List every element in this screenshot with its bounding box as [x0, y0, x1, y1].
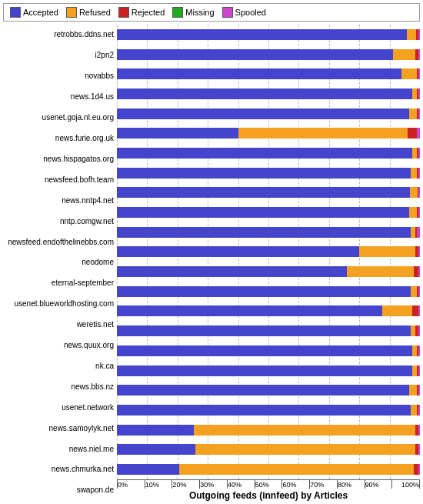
bar-segment-rejected: [408, 128, 417, 139]
bar-segment-accepted: [117, 444, 195, 455]
bar-segment-accepted: [117, 187, 410, 198]
bar-segment-spooled: [418, 444, 420, 455]
y-label: usenet.blueworldhosting.com: [3, 300, 114, 308]
bar-segment-accepted: [117, 266, 347, 277]
y-label: usenet.goja.nl.eu.org: [3, 114, 114, 122]
bar-segment-refused: [194, 425, 415, 436]
bar-segment-spooled: [418, 168, 420, 179]
bar-segment-spooled: [418, 108, 420, 119]
bar-segment-refused: [401, 68, 417, 79]
y-labels: retrobbs.ddns.neti2pn2novabbsnews.1d4.us…: [3, 25, 117, 501]
legend: AcceptedRefusedRejectedMissingSpooled: [3, 3, 420, 22]
bar-segment-spooled: [418, 345, 420, 356]
y-label: neodome: [3, 259, 114, 266]
bar-segment-refused: [407, 29, 416, 40]
bar-segment-accepted: [117, 88, 412, 99]
bar-segment-refused: [411, 405, 417, 416]
bar-segment-accepted: [117, 29, 407, 40]
bar-row: 7231295: [117, 285, 420, 299]
bar-segment-refused: [347, 266, 414, 277]
bar-row: 7678267: [117, 403, 420, 417]
bars-and-xaxis: 7629712672455149760745057867605713258332…: [117, 25, 420, 501]
x-tick: 100%: [391, 480, 420, 489]
y-label: news.nntp4.net: [3, 197, 114, 205]
y-label: retrobbs.ddns.net: [3, 31, 114, 38]
bar-segment-accepted: [117, 405, 411, 416]
bar-row: 76074505: [117, 67, 420, 81]
y-label: usenet.network: [3, 404, 114, 412]
x-ticks: 0%10%20%30%40%50%60%70%80%90%100%: [117, 479, 420, 489]
bar-row: 7555289: [117, 324, 420, 338]
bar-row: 6398305: [117, 245, 420, 259]
bar-segment-refused: [393, 49, 416, 60]
bar-segment-accepted: [117, 68, 401, 79]
bar-segment-spooled: [418, 148, 420, 159]
bar-segment-refused: [195, 444, 415, 455]
y-label: newsfeed.endofthelinebbs.com: [3, 239, 114, 246]
bar-row: 7132583: [117, 107, 420, 121]
bar-segment-spooled: [418, 464, 420, 475]
bar-row: 76297126: [117, 28, 420, 42]
y-label: news.furie.org.uk: [3, 135, 114, 142]
bar-segment-accepted: [117, 207, 409, 218]
bar-row: 6489289: [117, 304, 420, 318]
bar-row: 7922275: [117, 364, 420, 378]
x-axis-title: Outgoing feeds (innfeed) by Articles: [117, 489, 420, 501]
bar-segment-spooled: [418, 305, 420, 316]
y-label: i2pn2: [3, 52, 114, 59]
bar-segment-spooled: [418, 88, 420, 99]
legend-item-spooled: Spooled: [222, 7, 266, 18]
legend-item-rejected: Rejected: [118, 7, 165, 18]
bar-segment-accepted: [117, 385, 409, 396]
bar-segment-spooled: [418, 187, 420, 198]
y-label: news.bbs.nz: [3, 383, 114, 391]
legend-color-missing: [172, 7, 183, 18]
x-tick: 20%: [172, 480, 199, 489]
bar-segment-refused: [409, 108, 417, 119]
bar-segment-spooled: [418, 385, 420, 396]
bar-row: 173328: [117, 462, 420, 476]
legend-color-rejected: [118, 7, 129, 18]
bar-row: 2055216: [117, 423, 420, 437]
bar-segment-rejected: [412, 305, 418, 316]
x-tick: 70%: [309, 480, 337, 489]
bar-segment-spooled: [418, 425, 420, 436]
bar-segment-accepted: [117, 365, 412, 376]
y-label: news.1d4.us: [3, 93, 114, 101]
legend-color-accepted: [10, 7, 21, 18]
x-tick: 60%: [281, 480, 309, 489]
legend-item-accepted: Accepted: [10, 7, 58, 18]
bar-row: 7938284: [117, 344, 420, 358]
bar-segment-spooled: [418, 49, 420, 60]
legend-label-rejected: Rejected: [132, 8, 165, 17]
bar-segment-spooled: [418, 405, 420, 416]
legend-label-accepted: Accepted: [23, 8, 58, 17]
bar-segment-refused: [382, 305, 412, 316]
bar-row: 7923436: [117, 225, 420, 239]
y-label: news.chmurka.net: [3, 466, 114, 473]
x-tick: 30%: [199, 480, 227, 489]
bar-segment-accepted: [117, 49, 393, 60]
bar-row: 7619267: [117, 383, 420, 397]
x-tick: 80%: [337, 480, 365, 489]
bar-segment-spooled: [418, 266, 420, 277]
y-label: news.samoylyk.net: [3, 425, 114, 432]
y-label: swapon.de: [3, 486, 114, 494]
bar-segment-refused: [411, 286, 417, 297]
y-label: newsfeed.bofh.team: [3, 176, 114, 184]
bar-segment-refused: [409, 207, 417, 218]
legend-label-refused: Refused: [79, 8, 111, 17]
chart-container: AcceptedRefusedRejectedMissingSpooled re…: [0, 0, 423, 504]
bar-segment-refused: [238, 128, 408, 139]
bar-segment-accepted: [117, 246, 359, 257]
legend-item-missing: Missing: [172, 7, 214, 18]
x-axis: 0%10%20%30%40%50%60%70%80%90%100% Outgoi…: [117, 479, 420, 501]
bars-area: 7629712672455149760745057867605713258332…: [117, 25, 420, 479]
x-tick: 40%: [227, 480, 255, 489]
y-label: novabbs: [3, 72, 114, 80]
bar-segment-spooled: [418, 286, 420, 297]
bar-segment-spooled: [418, 68, 420, 79]
y-label: news.quux.org: [3, 342, 114, 349]
bar-segment-refused: [411, 168, 417, 179]
bar-row: 3209552: [117, 126, 420, 140]
